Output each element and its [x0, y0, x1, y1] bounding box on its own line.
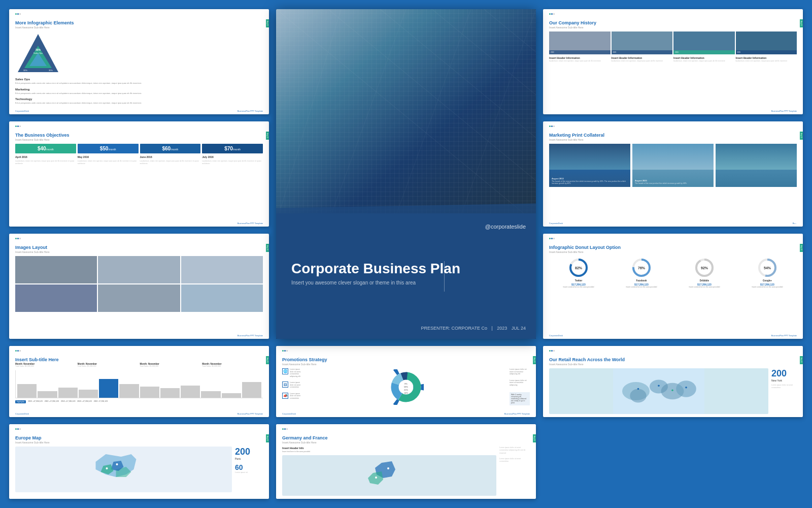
slide4-card-1: August 2013 The launch of the new produc…: [549, 144, 630, 187]
svg-point-50: [685, 387, 687, 389]
hero-subtitle: Insert you awesome clever slogan or them…: [291, 280, 521, 285]
donut-svg-twitter: 82%: [567, 257, 590, 279]
donut-svg-googleplus: 54%: [756, 257, 779, 279]
slide8-footer-left: CorporateDock: [282, 412, 296, 415]
svg-text:30%: 30%: [49, 69, 53, 72]
bar-4: [79, 390, 98, 398]
world-stat-number: 200: [771, 368, 797, 379]
slide7-title: Insert Sub-title Here: [15, 357, 263, 362]
geo-right-panel: Lorem ipsum dolor sit amet consectetur a…: [499, 447, 530, 496]
svg-point-52: [116, 463, 118, 465]
promo-note-box: With 2 weeks remaining all marketing col…: [510, 392, 530, 405]
highlights-btn[interactable]: Highlights: [15, 400, 26, 403]
svg-rect-9: [276, 9, 536, 224]
bar-2: [38, 391, 57, 398]
slide7-chart-col3: Month: November Total Sales: $5,000,000: [140, 363, 201, 368]
slide6-footer-left: CorporateDeck: [549, 334, 563, 337]
slide10-tag: Aug 13: [266, 434, 269, 442]
slide1-tech-body: Ed ut perspiciatis unde omnis site natus…: [15, 102, 263, 105]
slide8-title: Promotions Strategy: [282, 357, 530, 362]
slide7-chart-col2: Month: November Total Sales: $5,000,000: [78, 363, 139, 368]
slide5-tag: Aug 13: [266, 244, 269, 252]
slide6-dots: [549, 238, 555, 239]
pie-svg: 9% 58% 21% 14%: [388, 369, 424, 405]
hero-presenter: PRESENTER: CORPORATE Co: [421, 326, 487, 331]
slide7-footer-left: CorporateDeck: [15, 412, 29, 415]
slide2-title: Our Company History: [549, 20, 797, 25]
slide2-img1: 2022: [549, 31, 611, 54]
slide4-card2-text: The launch of the new product line which…: [635, 182, 711, 185]
image-icon: 🖼: [282, 382, 288, 388]
slide-bar-chart: Aug 13 Insert Sub-title Here Month: Nove…: [9, 346, 269, 417]
svg-line-16: [328, 9, 406, 224]
slide11-tag: Aug 13: [533, 434, 536, 442]
svg-text:82%: 82%: [575, 266, 583, 270]
price-box-1: $40/month: [15, 144, 76, 153]
donut-googleplus: 54% Google+ $17,356,123 Insert content h…: [738, 257, 797, 289]
building-svg: [276, 9, 536, 224]
hero-handle: @corporateslide: [485, 224, 526, 230]
svg-point-46: [676, 380, 696, 397]
slide2-info1-body: laudantium, totam rem aperiam, eaque ips…: [549, 60, 611, 62]
donut-twitter: 82% Twitter $17,356,123 Insert content h…: [549, 257, 608, 289]
slide4-footer-right: Bu...: [793, 222, 797, 225]
price-period-2: /month: [108, 148, 116, 151]
price-box-2: $50/month: [78, 144, 139, 153]
svg-line-10: [276, 9, 536, 224]
slide7-tag: Aug 13: [266, 356, 269, 364]
hero-year: 2023: [497, 326, 507, 331]
slide9-dots: [549, 350, 555, 352]
megaphone-icon: 📣: [282, 393, 288, 399]
donut-dribbble: 92% Dribbble $17,356,123 Insert content …: [675, 257, 734, 289]
slide-tag-1: Aug 13: [266, 19, 269, 27]
slide-company-history: Aug 13 Our Company History Insert Awesom…: [543, 9, 803, 114]
svg-text:76%: 76%: [638, 266, 646, 270]
slide11-subtitle: Insert Awesome Sub-title Here: [282, 441, 530, 444]
slide5-dots: [15, 238, 21, 239]
promo-icon-globe: 🌐 Lorem ipsum dolor sit amet, consectetu…: [282, 368, 302, 377]
price-amount-3: $60: [162, 146, 171, 151]
slide11-header-info: Insert Header Info: [282, 447, 496, 450]
slide11-body-text: Insert text here in the area provided: [282, 451, 496, 453]
hero-presenter-info: PRESENTER: CORPORATE Co | 2023 JUL 24: [421, 326, 526, 331]
svg-point-47: [637, 388, 639, 390]
price-amount-4: $70: [224, 146, 233, 151]
promo-pie-chart: 9% 58% 21% 14%: [306, 368, 506, 405]
slide11-dots: [282, 428, 288, 430]
slide3-detail-2: May 2016 Laudantium, totam rem aperiam, …: [78, 155, 139, 166]
slide3-tag: Aug 13: [266, 132, 269, 140]
slide7-chart-col4: Month: November Total Sales: $5,000,000: [202, 363, 263, 368]
bar-5-highlighted: [99, 379, 118, 398]
hero-separator: |: [491, 326, 492, 331]
world-stat-city: New York: [771, 379, 797, 382]
slide-germany-france: Aug 13 Germany and France Insert Awesome…: [276, 424, 536, 499]
slide-business-objectives: Aug 13 The Business Objectives Insert Aw…: [9, 121, 269, 227]
bar-11: [222, 393, 241, 398]
slide2-footer-right: BusinessPlan PPT Template: [771, 110, 797, 112]
slide6-title: Infographic Donut Layout Option: [549, 245, 797, 250]
slide9-subtitle: Insert Awesome Sub-title Here: [549, 363, 797, 366]
slide5-subtitle: Insert Awesome Sub-title Here: [15, 250, 263, 253]
slide4-dots: [549, 125, 555, 127]
bar-1: [17, 384, 37, 398]
slide3-detail-4: July 2016 Laudantium, totam rem aperiam,…: [202, 155, 263, 166]
slide7-footer-right: BusinessPlan PPT Template: [238, 412, 263, 415]
slides-grid: Aug 13 More Infographic Elements Insert …: [0, 0, 812, 508]
europe-map: [15, 447, 232, 492]
dot-1: [15, 13, 17, 15]
slide10-dots: [15, 428, 21, 430]
promo-icons: 🌐 Lorem ipsum dolor sit amet, consectetu…: [282, 368, 302, 405]
slide-infographic-elements: Aug 13 More Infographic Elements Insert …: [9, 9, 269, 114]
slide1-tech-title: Technology: [15, 98, 263, 101]
slide3-detail-1: April 2016 Laudantium, totam rem aperiam…: [15, 155, 76, 166]
slide8-dots: [282, 350, 288, 352]
bar-chart: [15, 370, 263, 398]
slide3-title: The Business Objectives: [15, 133, 263, 138]
hero-date: JUL 24: [512, 326, 526, 331]
svg-text:9%: 9%: [404, 383, 408, 385]
slide-dots: [15, 13, 21, 15]
world-stats: 200 New York Lorem ipsum dolor sit amet …: [771, 368, 797, 414]
slide2-dots: [549, 13, 555, 15]
dot-3: [19, 13, 21, 15]
europe-stat-label1: Paris: [235, 457, 263, 460]
